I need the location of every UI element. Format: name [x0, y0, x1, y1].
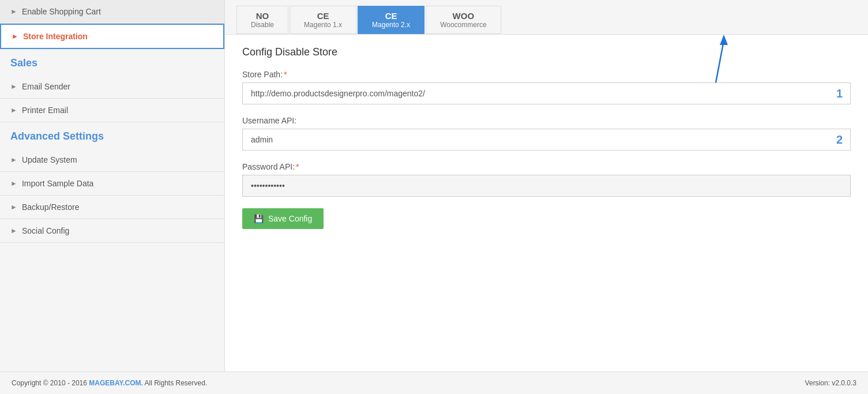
save-icon: 💾 [254, 214, 264, 223]
sidebar-item-label-email: Email Sender [22, 82, 70, 91]
main-content: NO Disable CE Magento 1.x CE Magento 2.x… [225, 0, 868, 372]
store-path-required: * [284, 70, 287, 79]
tab-no-code: NO [256, 11, 269, 21]
sidebar-item-backup-restore[interactable]: ► Backup/Restore [0, 196, 224, 219]
username-api-label: Username API: [242, 116, 851, 125]
form-group-password-api: Password API:* [242, 162, 851, 197]
arrow-icon-import: ► [10, 179, 17, 187]
footer-rights: All Rights Reserved. [145, 379, 208, 387]
arrow-icon: ► [10, 7, 17, 16]
password-api-required: * [296, 162, 299, 171]
form-title: Config Disable Store [242, 46, 851, 58]
arrow-icon-social: ► [10, 227, 17, 235]
sidebar-item-social-config[interactable]: ► Social Config [0, 219, 224, 243]
sidebar-item-store-integration[interactable]: ► Store Integration [0, 24, 224, 49]
sidebar-item-update-system[interactable]: ► Update System [0, 148, 224, 172]
arrow-icon-active: ► [12, 32, 18, 40]
tab-ce-magento2[interactable]: CE Magento 2.x [358, 6, 424, 34]
footer: Copyright © 2010 - 2016 MAGEBAY.COM. All… [0, 372, 868, 394]
sidebar-section-advanced: Advanced Settings [0, 122, 224, 148]
sidebar-item-printer-email[interactable]: ► Printer Email [0, 99, 224, 122]
tab-bar: NO Disable CE Magento 1.x CE Magento 2.x… [225, 0, 868, 35]
tab-woo-name: Woocommerce [440, 21, 486, 29]
svg-marker-1 [720, 35, 728, 45]
store-path-step-num: 1 [836, 87, 843, 100]
sidebar-item-label-printer: Printer Email [22, 106, 68, 115]
tab-woo-code: WOO [453, 11, 475, 21]
form-area: Config Disable Store Store Path:* 1 User… [225, 35, 868, 372]
footer-copyright: Copyright © 2010 - 2016 MAGEBAY.COM. All… [12, 379, 207, 387]
tab-ce2-code: CE [385, 11, 397, 21]
tab-ce1-name: Magento 1.x [304, 21, 342, 29]
footer-brand[interactable]: MAGEBAY.COM. [89, 379, 143, 387]
main-wrapper: ► Enable Shopping Cart ► Store Integrati… [0, 0, 868, 372]
form-group-store-path: Store Path:* 1 [242, 70, 851, 104]
footer-copyright-text: Copyright © 2010 - 2016 [12, 379, 87, 387]
username-api-step-num: 2 [836, 133, 843, 147]
sidebar-item-label-active: Store Integration [23, 32, 88, 41]
arrow-icon-update: ► [10, 156, 17, 164]
store-path-input[interactable] [242, 82, 851, 104]
sidebar: ► Enable Shopping Cart ► Store Integrati… [0, 0, 225, 372]
tab-no-name: Disable [251, 21, 274, 29]
arrow-icon-printer: ► [10, 106, 17, 114]
arrow-icon-email: ► [10, 82, 17, 91]
sidebar-item-label-import: Import Sample Data [22, 179, 94, 188]
sidebar-section-sales: Sales [0, 49, 224, 75]
store-path-input-wrapper: 1 [242, 82, 851, 104]
sidebar-item-enable-shopping-cart[interactable]: ► Enable Shopping Cart [0, 0, 224, 24]
sidebar-item-label: Enable Shopping Cart [22, 7, 101, 16]
password-api-input[interactable] [242, 175, 851, 197]
username-api-input-wrapper: 2 [242, 129, 851, 151]
form-group-username-api: Username API: 2 [242, 116, 851, 151]
sidebar-item-email-sender[interactable]: ► Email Sender [0, 75, 224, 99]
store-path-label: Store Path:* [242, 70, 851, 79]
sidebar-item-import-sample[interactable]: ► Import Sample Data [0, 172, 224, 196]
tab-ce-magento1[interactable]: CE Magento 1.x [290, 6, 356, 34]
username-api-input[interactable] [242, 129, 851, 151]
footer-version: Version: v2.0.0.3 [805, 379, 856, 387]
password-api-label: Password API:* [242, 162, 851, 171]
save-button-label: Save Config [268, 214, 312, 223]
sidebar-item-label-backup: Backup/Restore [22, 202, 80, 212]
tab-ce1-code: CE [317, 11, 329, 21]
save-config-button[interactable]: 💾 Save Config [242, 208, 324, 229]
tab-ce2-name: Magento 2.x [372, 21, 410, 29]
tab-woo[interactable]: WOO Woocommerce [426, 6, 501, 34]
sidebar-item-label-update: Update System [22, 155, 77, 164]
sidebar-item-label-social: Social Config [22, 226, 70, 235]
arrow-icon-backup: ► [10, 203, 17, 211]
password-api-input-wrapper [242, 175, 851, 197]
tab-no[interactable]: NO Disable [236, 6, 288, 34]
